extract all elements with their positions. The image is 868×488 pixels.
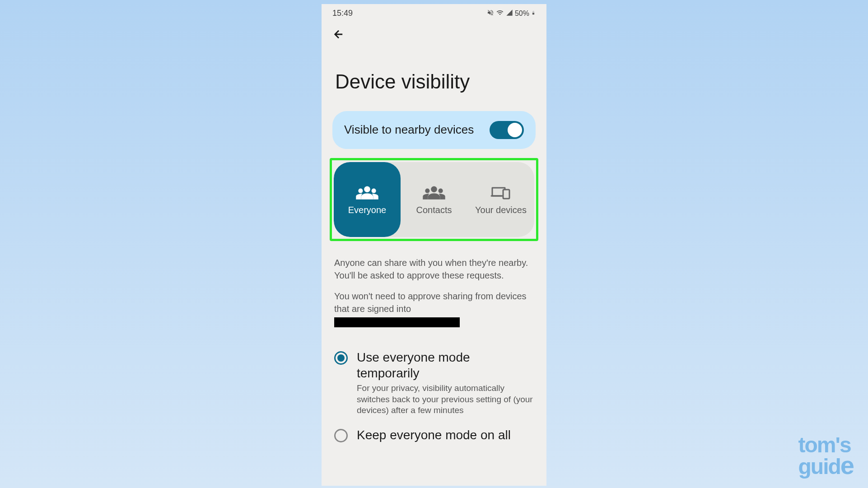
segment-label: Everyone [348,205,387,215]
radio-button-selected [334,351,348,365]
phone-screenshot: 15:49 50% Device visibility Visible to n… [322,4,546,486]
segment-label: Your devices [475,205,527,215]
toggle-thumb [508,123,522,137]
radio-description: For your privacy, visibility automatical… [357,383,534,416]
description-text: Anyone can share with you when they're n… [322,241,546,328]
signal-icon [506,9,513,18]
status-bar: 15:49 50% [322,4,546,23]
svg-point-4 [425,188,429,193]
toggle-label: Visible to nearby devices [344,122,474,138]
visibility-segment-control: Everyone Contacts [334,162,534,237]
segment-your-devices[interactable]: Your devices [467,162,534,237]
radio-title: Use everyone mode temporarily [357,349,534,381]
svg-point-2 [372,188,376,193]
svg-point-0 [364,186,370,192]
segment-label: Contacts [416,205,452,215]
groups-icon [355,184,379,200]
redacted-text [334,317,460,327]
groups-icon [422,184,446,200]
radio-options: Use everyone mode temporarily For your p… [322,336,546,445]
radio-option-temporary[interactable]: Use everyone mode temporarily For your p… [334,349,534,416]
toggle-switch[interactable] [490,121,524,139]
description-para2: You won't need to approve sharing from d… [334,290,534,328]
status-icons: 50% [487,9,536,18]
svg-rect-6 [503,190,509,199]
radio-button-unselected [334,429,348,442]
radio-content: Use everyone mode temporarily For your p… [357,349,534,416]
radio-option-keep-on[interactable]: Keep everyone mode on all [334,427,534,445]
devices-icon [489,184,513,200]
svg-point-3 [431,186,437,192]
arrow-left-icon [332,28,345,41]
page-title: Device visibility [322,48,546,111]
description-para1: Anyone can share with you when they're n… [334,256,534,282]
segment-contacts[interactable]: Contacts [401,162,467,237]
radio-content: Keep everyone mode on all [357,427,534,445]
battery-text: 50% [515,9,529,18]
status-time: 15:49 [332,9,353,18]
battery-icon [531,9,536,18]
watermark-logo: tom's guide [798,436,854,476]
radio-title: Keep everyone mode on all [357,427,534,443]
highlight-annotation: Everyone Contacts [330,158,538,241]
mute-icon [487,9,494,18]
svg-point-5 [439,188,443,193]
watermark-line2: guide [798,455,854,476]
visibility-toggle-card[interactable]: Visible to nearby devices [332,111,536,149]
back-button[interactable] [322,23,546,48]
svg-point-1 [358,188,363,193]
wifi-icon [496,9,504,18]
segment-everyone[interactable]: Everyone [334,162,401,237]
